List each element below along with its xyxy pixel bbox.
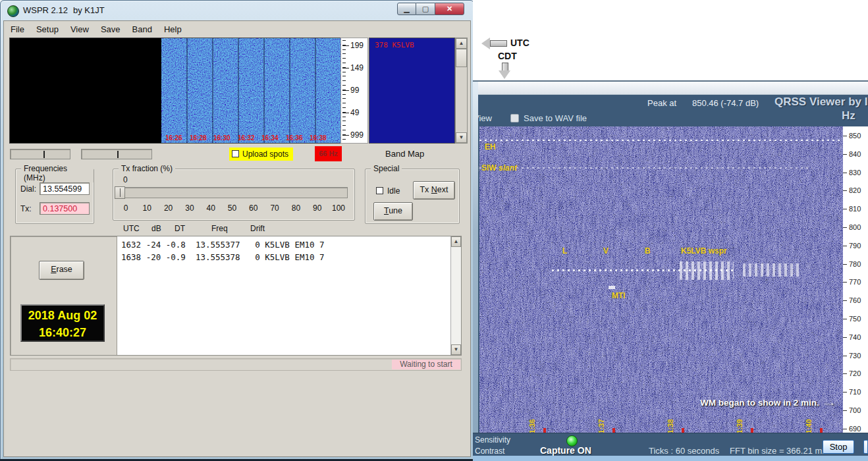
tx-fraction-slider-track[interactable] xyxy=(120,187,348,198)
band-map-panel: 378 K5LVB xyxy=(369,38,455,144)
time-tick xyxy=(543,428,546,433)
scale-minor-tick xyxy=(342,76,346,76)
band-map-caption: Band Map xyxy=(385,149,424,159)
decode-text-area[interactable]: 1632 -24 -0.8 13.555377 0 K5LVB EM10 716… xyxy=(117,236,450,355)
scale-minor-tick xyxy=(342,130,346,130)
wm-arrow-icon: → xyxy=(821,398,836,408)
scroll-down-button[interactable]: ▼ xyxy=(456,132,467,143)
status-message: Waiting to start xyxy=(392,360,460,369)
upload-spots-checkbox[interactable] xyxy=(232,150,239,157)
time-label: 11:37 xyxy=(597,419,605,433)
scale-minor-tick xyxy=(342,63,346,63)
scale-minor-tick xyxy=(342,103,346,103)
tune-button[interactable]: Tune xyxy=(373,202,413,221)
freq-tick xyxy=(843,337,847,338)
minimize-button[interactable]: ▁ xyxy=(397,3,416,15)
decode-header-utc: UTC xyxy=(123,224,140,233)
qrss-spectrogram[interactable]: EH SIW slant L V B K5LVB wspr MTI WM beg… xyxy=(479,126,843,433)
qrss-frequency-scale: 8508408308208108007907807707607507407307… xyxy=(843,126,868,433)
special-group: Special Idle Tx Next Tune xyxy=(365,169,460,224)
freq-label: 790 xyxy=(849,242,861,250)
scale-minor-tick xyxy=(342,125,346,126)
menu-item-help[interactable]: Help xyxy=(158,23,188,36)
scale-major-tick xyxy=(342,68,349,68)
tx-fraction-group-label: Tx fraction (%) xyxy=(119,164,175,173)
qrss-title: QRSS Viewer by I xyxy=(774,95,867,109)
freq-label: 710 xyxy=(849,388,861,396)
close-button[interactable]: ✕ xyxy=(435,3,464,15)
time-tick xyxy=(682,428,684,433)
scale-minor-tick xyxy=(342,121,346,121)
freq-label: 820 xyxy=(849,186,861,194)
freq-tick xyxy=(843,410,847,411)
decode-header-drift: Drift xyxy=(250,224,265,233)
waterfall-timestamp: 16:32 xyxy=(238,134,255,142)
partial-button[interactable] xyxy=(863,440,868,454)
scale-major-tick xyxy=(342,135,349,136)
signal-line-top xyxy=(479,140,843,141)
erase-button[interactable]: Erase xyxy=(39,261,84,280)
stop-button[interactable]: Stop xyxy=(823,440,854,454)
save-wav-checkbox[interactable] xyxy=(510,114,519,122)
sensitivity-label[interactable]: Sensitivity xyxy=(475,435,510,445)
save-wav-label: Save to WAV file xyxy=(524,113,587,123)
scrollbar-thumb[interactable] xyxy=(456,49,467,67)
mark-l: L xyxy=(562,246,567,256)
contrast-label[interactable]: Contrast xyxy=(475,447,504,456)
scale-minor-tick xyxy=(342,139,346,140)
idle-checkbox[interactable] xyxy=(376,187,383,194)
scale-label: 99 xyxy=(350,86,359,95)
scroll-up-button[interactable]: ▲ xyxy=(456,38,467,49)
menu-item-band[interactable]: Band xyxy=(126,23,158,36)
freq-label: 840 xyxy=(849,150,861,158)
waterfall-frequency-scale: 1991499949999 xyxy=(340,38,368,144)
band-map-scrollbar[interactable]: ▲ ▼ xyxy=(455,38,468,144)
tx-scale-label: 100 xyxy=(332,203,345,213)
upload-spots-highlight: Upload spots xyxy=(229,148,293,161)
screen: WSPR 2.12 by K1JT ▁▢✕ FileSetupViewSaveB… xyxy=(0,0,868,461)
scale-minor-tick xyxy=(342,98,346,99)
waterfall-timestamp: 16:26 xyxy=(165,134,182,142)
tx-next-button[interactable]: Tx Next xyxy=(413,181,455,200)
maximize-button[interactable]: ▢ xyxy=(416,3,435,15)
waterfall-timestamp: 16:36 xyxy=(286,134,303,142)
signal-blob xyxy=(680,261,734,280)
cdt-annotation: CDT xyxy=(498,51,517,61)
freq-tick xyxy=(843,319,847,319)
frequency-marker-badge: 66 Hz xyxy=(315,146,342,161)
qrss-noise-image xyxy=(479,126,843,433)
level-marker xyxy=(117,151,119,158)
waterfall-timestamp: 16:34 xyxy=(261,134,279,142)
scale-minor-tick xyxy=(342,53,346,54)
freq-tick xyxy=(843,209,847,209)
dial-frequency-field[interactable]: 13.554599 xyxy=(40,182,90,195)
special-group-label: Special xyxy=(371,164,402,173)
menu-item-file[interactable]: File xyxy=(5,23,30,36)
mark-v: V xyxy=(603,246,609,256)
menu-item-view[interactable]: View xyxy=(65,23,95,36)
wspr-titlebar[interactable]: WSPR 2.12 by K1JT ▁▢✕ xyxy=(1,1,474,20)
scale-minor-tick xyxy=(342,80,346,81)
menu-item-save[interactable]: Save xyxy=(95,23,126,36)
wspr-waterfall[interactable]: 16:2616:2816:3016:3216:3416:3616:38 xyxy=(9,38,342,144)
tx-frequency-field[interactable]: 0.137500 xyxy=(40,202,90,215)
freq-label: 780 xyxy=(849,260,861,268)
scale-minor-tick xyxy=(342,49,346,50)
waterfall-timestamp: 16:28 xyxy=(190,134,207,142)
tx-fraction-slider-thumb[interactable] xyxy=(115,186,125,199)
menu-item-setup[interactable]: Setup xyxy=(30,23,65,36)
clock-time: 16:40:27 xyxy=(22,324,103,341)
tx-scale-label: 90 xyxy=(313,203,321,213)
tx-scale-label: 10 xyxy=(143,203,151,213)
hz-unit-label: Hz xyxy=(842,109,855,122)
decode-scrollbar[interactable]: ▲ ▼ xyxy=(450,236,461,355)
freq-tick xyxy=(843,429,847,429)
tx-scale-label: 80 xyxy=(292,203,300,213)
scroll-down-button[interactable]: ▼ xyxy=(451,344,461,355)
frequencies-group: Frequencies (MHz) Dial: 13.554599 Tx: 0.… xyxy=(15,169,94,224)
freq-tick xyxy=(843,246,847,246)
scale-label: 999 xyxy=(350,130,364,140)
clock-date: 2018 Aug 02 xyxy=(22,307,103,324)
scroll-up-button[interactable]: ▲ xyxy=(451,236,461,247)
freq-label: 810 xyxy=(849,205,861,213)
